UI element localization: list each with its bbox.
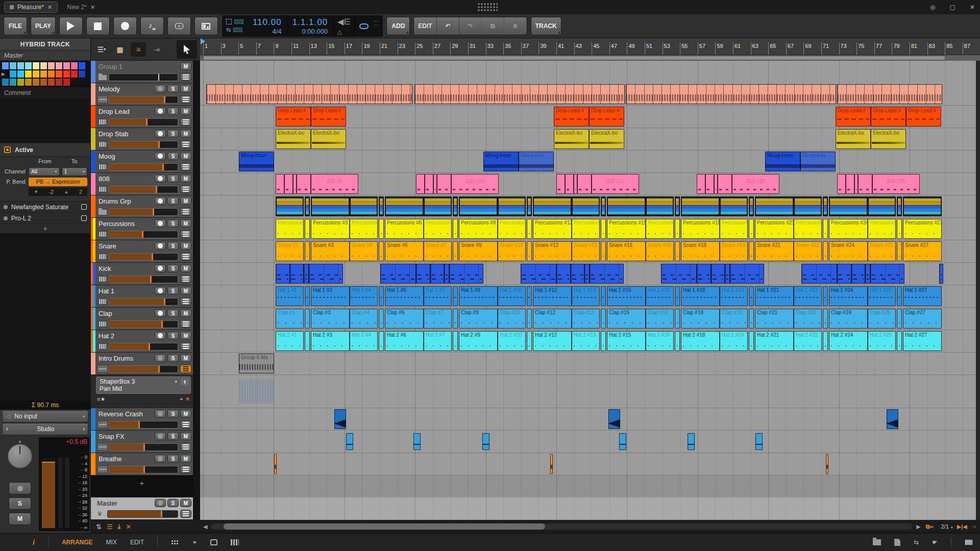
track-name[interactable]: Drop Stab (99, 130, 153, 138)
delete-button[interactable]: ⊗ (504, 17, 527, 35)
clip[interactable] (453, 196, 458, 216)
clip[interactable]: Hat 2 #16 (646, 331, 674, 351)
pbend-range[interactable]: ▼ -2 ▲ 2 (29, 188, 87, 196)
clip[interactable] (903, 196, 942, 216)
clip[interactable]: Snare #25 (868, 241, 896, 261)
clip[interactable] (556, 174, 565, 194)
solo-button[interactable]: S (167, 152, 179, 160)
clip[interactable] (823, 309, 828, 329)
track-menu-button[interactable] (180, 230, 191, 238)
palette-color-swatch[interactable] (63, 62, 70, 70)
track-menu-button[interactable] (180, 443, 191, 451)
volume-slider[interactable] (109, 298, 178, 306)
tempo-display[interactable]: 110.00 4/4 (248, 15, 287, 37)
clip[interactable] (274, 454, 277, 474)
lane-grp[interactable] (200, 195, 976, 218)
clip[interactable]: Hat 2 #7 (424, 331, 452, 351)
clip[interactable]: Percussions #21 (755, 219, 794, 239)
volume-slider[interactable] (109, 186, 178, 193)
clip[interactable]: Snare #15 (607, 241, 646, 261)
clip[interactable] (459, 196, 498, 216)
palette-color-swatch[interactable] (47, 78, 55, 86)
record-arm-button[interactable] (155, 499, 166, 507)
lane-rc[interactable] (200, 408, 976, 431)
clip[interactable] (601, 196, 606, 216)
metronome-icon[interactable]: △ (337, 29, 351, 35)
clip[interactable] (837, 264, 851, 284)
clip[interactable]: Clap #10 (498, 309, 526, 329)
palette-color-swatch[interactable] (17, 70, 24, 78)
clip[interactable] (755, 196, 794, 216)
piano-panel-icon[interactable] (965, 539, 973, 545)
solo-button[interactable]: S (167, 455, 179, 463)
clip[interactable] (305, 196, 310, 216)
inspector-track-name[interactable]: Master (0, 51, 90, 61)
clip[interactable]: 808 #20 (732, 174, 779, 194)
volume-slider[interactable] (109, 343, 178, 350)
mute-button[interactable]: M (180, 264, 191, 272)
device-enable-icon[interactable] (4, 205, 8, 209)
track-menu-button[interactable] (180, 420, 191, 429)
clip[interactable]: Hat 1 #10 (498, 286, 526, 306)
clip[interactable] (276, 264, 290, 284)
display-mode-icons[interactable]: ⇆ (222, 19, 248, 33)
clip[interactable]: Clap #6 (385, 309, 424, 329)
clip[interactable] (675, 331, 680, 351)
volume-slider[interactable] (109, 231, 178, 238)
time-value[interactable]: 0:00.000 (292, 28, 328, 35)
palette-color-swatch[interactable] (40, 78, 47, 86)
clip[interactable]: Moog-bou (800, 152, 836, 171)
clip[interactable] (482, 433, 489, 450)
clip[interactable]: Hat 1 #25 (868, 286, 896, 306)
clip[interactable]: Percussions #1 (276, 219, 304, 239)
clip[interactable] (206, 84, 412, 104)
clip[interactable] (846, 174, 854, 194)
clip[interactable]: Hat 1 #18 (681, 286, 720, 306)
solo-button[interactable]: S (167, 354, 179, 362)
mute-button[interactable]: M (180, 332, 191, 340)
play-menu-button[interactable]: PLAY (31, 17, 56, 35)
clear-icon[interactable]: ✕ (126, 523, 131, 531)
mute-button[interactable]: M (180, 287, 191, 295)
clip[interactable] (749, 309, 754, 329)
close-tab-icon[interactable]: ✕ (47, 4, 52, 11)
clip[interactable]: Clap #19 (720, 309, 748, 329)
clip[interactable] (565, 174, 574, 194)
duplicate-button[interactable]: ⧉ (482, 17, 504, 35)
clip[interactable]: Snare #10 (498, 241, 526, 261)
clip[interactable] (416, 174, 425, 194)
pin-icon[interactable]: ⬆ (181, 379, 189, 386)
project-tab-pleasure[interactable]: Pleasure* ✕ (4, 2, 58, 13)
clip[interactable] (413, 433, 421, 450)
clip[interactable]: Hat 2 #25 (868, 331, 896, 351)
follow-playback-icon[interactable]: ⇅ (96, 523, 102, 531)
audio-input-select[interactable]: ◁ No input▾ (2, 410, 88, 422)
clip[interactable]: Hat 2 #1 (276, 331, 304, 351)
add-button[interactable]: ADD (386, 17, 410, 35)
clip[interactable]: Hat 1 #22 (794, 286, 822, 306)
punch-in-icon[interactable]: ◀⋿ (337, 17, 351, 27)
track-row-intro-drums[interactable]: Intro DrumsSM (91, 353, 193, 375)
clip[interactable] (897, 196, 902, 216)
zoom-ratio-value[interactable]: 2/1 (941, 523, 948, 530)
clip[interactable]: Snare #1 (276, 241, 304, 261)
clip[interactable]: Clap #24 (829, 309, 868, 329)
lane-melody[interactable] (200, 83, 976, 106)
volume-fader[interactable] (42, 458, 55, 528)
clip[interactable]: ElectraX-bo (554, 129, 589, 149)
track-row-snare[interactable]: SnareSM (91, 240, 193, 263)
clip[interactable] (897, 286, 902, 306)
clip[interactable] (749, 219, 754, 239)
track-row-breathe[interactable]: BreatheSM (91, 453, 193, 475)
shaperbox-panel[interactable]: ShaperBox 3Pan Mid▾⬆≡★+✕ (91, 375, 193, 408)
mute-button[interactable]: M (180, 85, 191, 93)
mute-button[interactable]: M (9, 513, 31, 525)
clip[interactable] (823, 241, 828, 261)
clip[interactable] (868, 196, 896, 216)
record-arm-button[interactable] (155, 332, 166, 340)
close-window-icon[interactable]: ✕ (970, 4, 975, 11)
track-row-melody[interactable]: MelodySM (91, 83, 193, 106)
hand-tool-icon[interactable]: ☛ (932, 539, 938, 546)
swap-panel-icon[interactable]: ⇆ (914, 539, 919, 546)
clip[interactable]: Snare #3 (311, 241, 350, 261)
